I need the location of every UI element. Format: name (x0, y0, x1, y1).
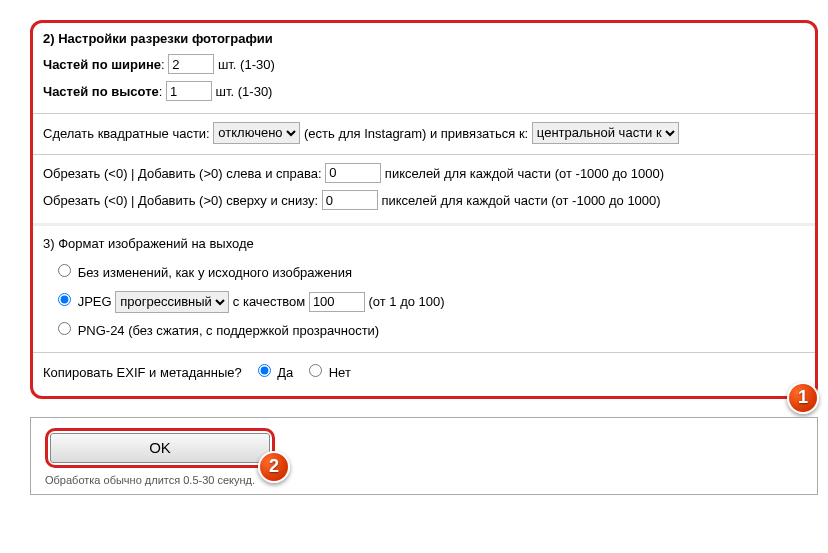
ok-button[interactable]: OK (50, 433, 270, 463)
format-png-radio[interactable] (58, 322, 71, 335)
crop-tb-input[interactable] (322, 190, 378, 210)
height-parts-unit: шт. (1-30) (216, 84, 273, 99)
crop-tb-label: Обрезать (<0) | Добавить (>0) сверху и с… (43, 193, 318, 208)
crop-lr-suffix: пикселей для каждой части (от -1000 до 1… (385, 165, 664, 180)
square-note: (есть для Instagram) и привязаться к: (304, 125, 528, 140)
square-bind-select[interactable]: центральной части к (532, 122, 679, 144)
height-parts-input[interactable] (166, 81, 212, 101)
exif-yes-label: Да (277, 365, 293, 380)
format-jpeg-radio[interactable] (58, 293, 71, 306)
annotation-badge-1: 1 (787, 382, 819, 414)
jpeg-quality-label: с качеством (233, 294, 305, 309)
annotation-badge-2: 2 (258, 451, 290, 483)
section-gap (33, 223, 815, 226)
square-select[interactable]: отключено (213, 122, 300, 144)
height-parts-label: Частей по высоте (43, 84, 159, 99)
crop-tb-suffix: пикселей для каждой части (от -1000 до 1… (381, 193, 660, 208)
divider (33, 154, 815, 155)
width-parts-unit: шт. (1-30) (218, 57, 275, 72)
format-png-row: PNG-24 (без сжатия, с поддержкой прозрач… (53, 319, 805, 342)
submit-panel: OK 2 Обработка обычно длится 0.5-30 секу… (30, 417, 818, 495)
width-parts-row: Частей по ширине: шт. (1-30) (43, 54, 805, 75)
format-jpeg-row: JPEG прогрессивный с качеством (от 1 до … (53, 290, 805, 313)
width-parts-label: Частей по ширине (43, 57, 161, 72)
settings-panel: 2) Настройки разрезки фотографии Частей … (30, 20, 818, 399)
crop-lr-label: Обрезать (<0) | Добавить (>0) слева и сп… (43, 165, 322, 180)
exif-row: Копировать EXIF и метаданные? Да Нет (43, 361, 805, 384)
section2-title: 2) Настройки разрезки фотографии (43, 31, 805, 46)
height-parts-row: Частей по высоте: шт. (1-30) (43, 81, 805, 102)
format-jpeg-label: JPEG (78, 294, 112, 309)
square-row: Сделать квадратные части: отключено (ест… (43, 122, 805, 144)
exif-no-label: Нет (329, 365, 351, 380)
jpeg-quality-input[interactable] (309, 292, 365, 312)
format-nochange-label: Без изменений, как у исходного изображен… (78, 265, 352, 280)
exif-yes-radio[interactable] (258, 364, 271, 377)
square-label: Сделать квадратные части: (43, 125, 210, 140)
divider (33, 352, 815, 353)
divider (33, 113, 815, 114)
section3-title: 3) Формат изображений на выходе (43, 236, 805, 251)
processing-hint: Обработка обычно длится 0.5-30 секунд. (45, 474, 803, 486)
crop-lr-input[interactable] (325, 163, 381, 183)
format-nochange-row: Без изменений, как у исходного изображен… (53, 261, 805, 284)
crop-tb-row: Обрезать (<0) | Добавить (>0) сверху и с… (43, 190, 805, 211)
jpeg-mode-select[interactable]: прогрессивный (115, 291, 229, 313)
format-png-label: PNG-24 (без сжатия, с поддержкой прозрач… (78, 323, 380, 338)
jpeg-quality-range: (от 1 до 100) (369, 294, 445, 309)
exif-label: Копировать EXIF и метаданные? (43, 365, 242, 380)
ok-highlight: OK 2 (45, 428, 275, 468)
exif-no-radio[interactable] (309, 364, 322, 377)
width-parts-input[interactable] (168, 54, 214, 74)
crop-lr-row: Обрезать (<0) | Добавить (>0) слева и сп… (43, 163, 805, 184)
format-nochange-radio[interactable] (58, 264, 71, 277)
